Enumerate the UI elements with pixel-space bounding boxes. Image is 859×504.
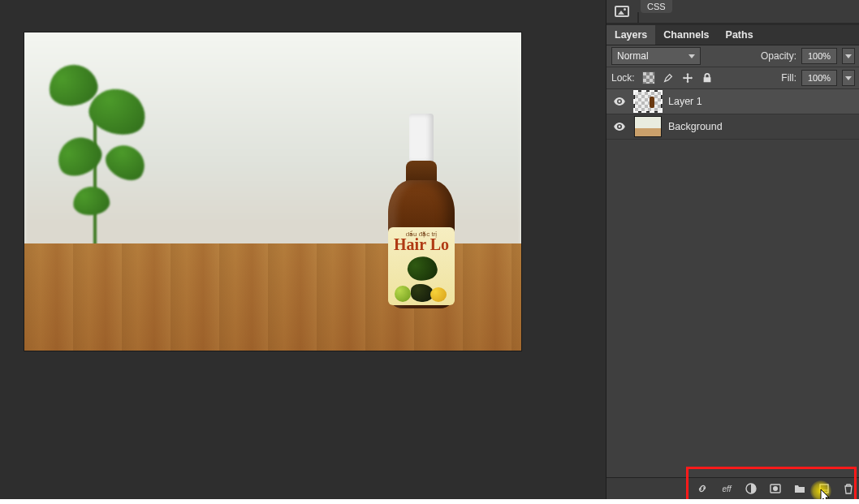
layer-list[interactable]: Layer 1 Background bbox=[606, 89, 859, 477]
layer-thumbnail[interactable] bbox=[634, 116, 662, 137]
canvas-area[interactable]: dầu đặc trị Hair Lo bbox=[0, 0, 606, 499]
opacity-field[interactable]: 100% bbox=[801, 48, 837, 64]
image-panel-icon[interactable] bbox=[606, 0, 637, 23]
right-panel-column: CSS Layers Channels Paths Normal Opacity… bbox=[606, 0, 859, 499]
opacity-label: Opacity: bbox=[761, 50, 796, 62]
lock-row: Lock: Fill: 100% bbox=[606, 67, 859, 89]
lock-pixels-icon[interactable] bbox=[661, 71, 676, 85]
fill-dropdown-button[interactable] bbox=[842, 70, 855, 86]
chevron-down-icon bbox=[688, 54, 695, 58]
link-layers-icon[interactable] bbox=[696, 482, 709, 495]
css-panel-tab[interactable]: CSS bbox=[641, 0, 672, 13]
plant-graphic bbox=[49, 65, 179, 243]
layer-name-label[interactable]: Layer 1 bbox=[668, 96, 855, 107]
layer-name-label[interactable]: Background bbox=[668, 121, 855, 132]
layers-bottom-bar: eff bbox=[606, 477, 859, 499]
delete-layer-icon[interactable] bbox=[842, 482, 855, 495]
application-window: dầu đặc trị Hair Lo CSS bbox=[0, 0, 859, 499]
fill-label: Fill: bbox=[781, 72, 796, 84]
adjustment-layer-icon[interactable] bbox=[745, 482, 758, 495]
layer-row[interactable]: Layer 1 bbox=[606, 89, 859, 114]
product-label-main: Hair Lo bbox=[394, 236, 449, 252]
fill-field[interactable]: 100% bbox=[801, 70, 837, 86]
visibility-toggle-icon[interactable] bbox=[611, 118, 628, 135]
tab-layers[interactable]: Layers bbox=[606, 25, 655, 45]
svg-point-4 bbox=[773, 486, 778, 491]
blend-mode-row: Normal Opacity: 100% bbox=[606, 45, 859, 67]
panel-tab-row: Layers Channels Paths bbox=[606, 25, 859, 45]
lock-transparency-icon[interactable] bbox=[641, 71, 656, 85]
layer-row[interactable]: Background bbox=[606, 114, 859, 140]
new-layer-icon[interactable] bbox=[818, 482, 831, 495]
svg-point-0 bbox=[619, 101, 621, 103]
tab-paths[interactable]: Paths bbox=[718, 25, 762, 45]
layers-panel: Layers Channels Paths Normal Opacity: 10… bbox=[606, 25, 859, 499]
tab-channels[interactable]: Channels bbox=[655, 25, 717, 45]
lock-position-icon[interactable] bbox=[680, 71, 695, 85]
blend-mode-value: Normal bbox=[617, 50, 649, 62]
top-mini-panels: CSS bbox=[606, 0, 859, 25]
new-group-icon[interactable] bbox=[793, 482, 806, 495]
blend-mode-select[interactable]: Normal bbox=[611, 47, 701, 65]
layer-style-icon[interactable]: eff bbox=[720, 482, 733, 495]
layer-thumbnail[interactable] bbox=[634, 91, 662, 112]
document-canvas[interactable]: dầu đặc trị Hair Lo bbox=[24, 32, 521, 351]
lock-label: Lock: bbox=[611, 72, 635, 84]
layer-mask-icon[interactable] bbox=[769, 482, 782, 495]
opacity-dropdown-button[interactable] bbox=[842, 48, 855, 64]
product-bottle-graphic: dầu đặc trị Hair Lo bbox=[383, 114, 460, 308]
svg-point-1 bbox=[619, 126, 621, 128]
lock-all-icon[interactable] bbox=[700, 71, 714, 85]
window-bottom-strip bbox=[0, 499, 859, 504]
visibility-toggle-icon[interactable] bbox=[611, 93, 628, 110]
